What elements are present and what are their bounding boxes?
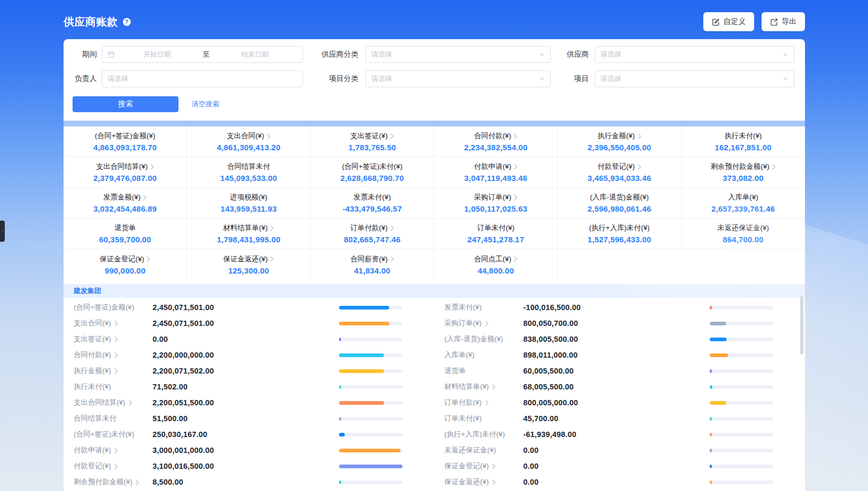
metric-value: 60,005,500.00 [523,367,710,375]
summary-cell: (入库-退货)金额(¥) 2,596,980,061.46 [558,188,681,219]
chevron-down-icon [539,51,545,58]
summary-metric-label: 发票金额(¥) [103,193,141,202]
company-group-header[interactable]: 建发集团 [64,284,805,298]
summary-cell: 执行未付(¥) 162,167,851.00 [682,126,805,157]
metric-progress-bar [339,385,402,389]
metric-label: 执行金额(¥) [74,366,111,376]
metric-progress-bar [339,353,402,357]
chevron-right-icon [492,479,496,485]
customize-button[interactable]: 自定义 [703,12,754,31]
metric-row: 入库单(¥) 898,011,000.00 [434,347,805,363]
metric-value: 3,100,016,500.00 [153,462,339,470]
owner-select[interactable]: 请选择 [102,70,303,87]
supplier-category-label: 供应商分类 [303,50,365,59]
summary-metric-value: 125,300.00 [228,266,269,275]
summary-metric-label: (合同+签证)未付(¥) [342,162,402,171]
summary-cell[interactable]: 合同付款(¥) 2,234,382,554.00 [434,126,558,157]
supplier-select[interactable]: 请选择 [595,46,794,63]
side-drawer-handle[interactable]: ‹ [0,221,5,242]
supplier-category-select[interactable]: 请选择 [365,46,551,63]
summary-metric-value: 802,665,747.46 [344,235,400,244]
chevron-right-icon [114,352,118,358]
metric-progress-bar [710,369,773,373]
summary-cell[interactable]: 材料结算单(¥) 1,798,431,995.00 [187,219,310,249]
help-icon[interactable]: ? [123,18,131,26]
project-category-select[interactable]: 请选择 [365,70,551,87]
summary-cell[interactable]: 保证金返还(¥) 125,300.00 [187,249,310,280]
metric-value: 71,502.00 [153,383,339,391]
summary-grid: (合同+签证)金额(¥) 4,863,093,178.70 支出合同(¥) 4,… [64,126,805,280]
summary-cell: (合同+签证)未付(¥) 2,628,668,790.70 [311,157,434,188]
chevron-right-icon [772,164,776,170]
page-title: 供应商账款 [64,15,118,29]
metric-progress-bar [710,353,773,357]
summary-cell[interactable]: 支出签证(¥) 1,783,765.50 [311,126,434,157]
chevron-right-icon [267,133,271,139]
summary-cell[interactable]: 发票金额(¥) 3,032,454,486.89 [64,188,187,219]
date-range-input[interactable]: 开始日期 至 结束日期 [102,46,303,63]
chevron-right-icon [114,463,118,469]
summary-metric-label: (合同+签证)金额(¥) [95,131,155,141]
metric-progress-bar [710,465,773,468]
summary-metric-value: 44,800.00 [478,266,514,275]
metric-progress-bar [710,338,773,341]
metric-value: 800,005,000.00 [523,398,710,407]
summary-cell[interactable]: 支出合同(¥) 4,861,309,413.20 [187,126,310,157]
metrics-column-right: 发票未付(¥) -100,016,500.00 采购订单(¥) 800,050,… [434,299,805,491]
project-select[interactable]: 请选择 [595,70,794,87]
metric-label: 支出签证(¥) [74,334,111,344]
metric-value: 0.00 [153,335,339,343]
metric-label: 订单付款(¥) [444,398,482,407]
company-metrics: (合同+签证)金额(¥) 2,450,071,501.00 支出合同(¥) 2,… [64,298,805,491]
summary-metric-value: 1,798,431,995.00 [217,235,281,244]
project-label: 项目 [551,74,595,84]
summary-metric-value: 3,465,934,033.46 [588,174,651,183]
summary-cell[interactable]: 订单付款(¥) 802,665,747.46 [311,219,434,249]
summary-metric-value: 247,451,278.17 [468,235,524,244]
summary-cell: (合同+签证)金额(¥) 4,863,093,178.70 [64,126,187,157]
metric-row: 未返还保证金(¥) 0.00 [434,442,805,458]
metric-row: (执行+入库)未付(¥) -61,939,498.00 [434,426,805,442]
metric-row: 执行金额(¥) 2,200,071,502.00 [64,363,434,379]
metric-label: 材料结算单(¥) [444,382,489,392]
metric-value: 0.00 [523,478,710,486]
search-button[interactable]: 搜索 [73,96,178,112]
metric-label: 支出合同结算(¥) [74,398,126,407]
metric-progress-bar [710,306,773,310]
metric-progress-bar [339,306,402,310]
export-button[interactable]: 导出 [762,12,805,31]
summary-cell[interactable]: 支出合同结算(¥) 2,379,476,087.00 [64,157,187,188]
summary-metric-value: 143,959,511.93 [220,204,276,213]
summary-metric-label: 支出合同(¥) [227,131,264,141]
chevron-right-icon [114,448,118,453]
metric-row: 退货单 60,005,500.00 [434,363,805,379]
summary-cell[interactable]: 合同点工(¥) 44,800.00 [434,249,558,280]
summary-cell[interactable]: 执行金额(¥) 2,396,550,405.00 [558,126,681,157]
metric-value: 8,500.00 [153,478,339,486]
summary-cell[interactable]: 付款申请(¥) 3,047,119,493.46 [434,157,558,188]
summary-cell[interactable]: 剩余预付款金额(¥) 373,082.00 [682,157,805,188]
chevron-right-icon [514,195,517,201]
summary-cell[interactable]: 合同薪资(¥) 41,834.00 [311,249,434,280]
summary-metric-value: 4,861,309,413.20 [217,143,281,152]
metric-progress-bar [339,417,402,421]
summary-cell[interactable]: 保证金登记(¥) 990,000.00 [64,249,187,280]
chevron-right-icon [492,384,496,390]
summary-metric-value: 373,082.00 [723,174,764,183]
metric-row: 支出合同(¥) 2,450,071,501.00 [64,315,434,331]
summary-metric-label: (执行+入库)未付(¥) [589,223,649,233]
clear-search-button[interactable]: 清空搜索 [192,99,219,109]
summary-metric-value: 60,359,700.00 [99,235,151,244]
metric-value: 51,500.00 [153,414,339,423]
chevron-right-icon [129,400,132,406]
metric-value: 250,030,167.00 [153,430,339,439]
metric-label: 剩余预付款金额(¥) [74,477,132,487]
summary-metric-label: 材料结算单(¥) [223,223,267,233]
metric-progress-bar [710,480,773,484]
summary-cell[interactable]: 付款登记(¥) 3,465,934,033.46 [558,157,681,188]
metric-value: 800,050,700.00 [523,319,710,328]
summary-metric-value: 990,000.00 [105,266,146,275]
summary-cell: (执行+入库)未付(¥) 1,527,596,433.00 [558,219,681,249]
scrollbar-thumb[interactable] [800,296,803,354]
summary-cell[interactable]: 采购订单(¥) 1,050,117,025.63 [434,188,558,219]
